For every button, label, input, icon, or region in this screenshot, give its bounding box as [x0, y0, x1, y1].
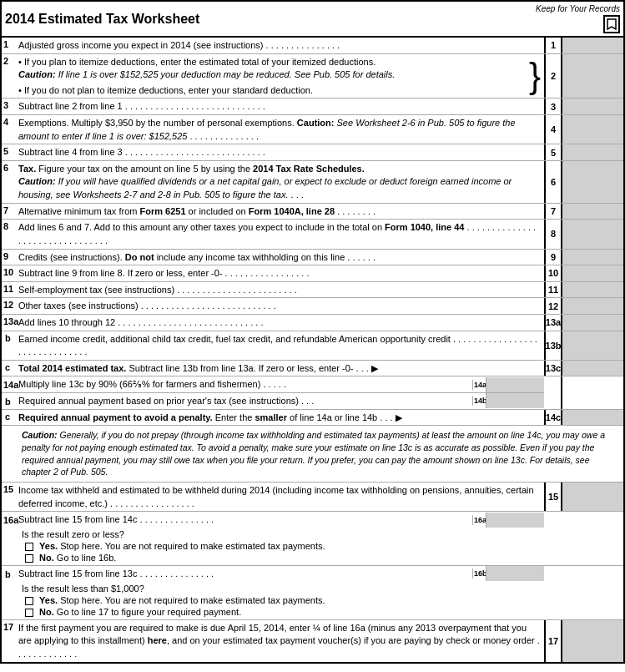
- line-2-brace: }: [526, 54, 544, 99]
- line-13a-text: Add lines 10 through 12 . . . . . . . . …: [18, 315, 544, 331]
- line-1-right-num: 1: [544, 38, 561, 53]
- line-16a-no-checkbox[interactable]: [25, 554, 33, 563]
- line-16b-section: b Subtract line 15 from line 13c . . . .…: [2, 566, 623, 620]
- line-14a-row: 14a Multiply line 13c by 90% (66⅔% for f…: [2, 376, 544, 393]
- line-14c-num: c: [2, 410, 18, 426]
- line-16a-row: 16a Subtract line 15 from line 14c . . .…: [2, 512, 623, 528]
- line-16a-inline-label: 16a: [472, 515, 486, 525]
- line-16b-yes-checkbox[interactable]: [25, 597, 33, 605]
- line-15-right-num: 15: [544, 483, 561, 511]
- line-4-text: Exemptions. Multiply $3,950 by the numbe…: [18, 115, 544, 144]
- line-16a-yes-checkbox[interactable]: [25, 543, 33, 551]
- worksheet-title: 2014 Estimated Tax Worksheet: [5, 12, 536, 27]
- line-14a-inline-label: 14a: [472, 380, 486, 390]
- line-1-text: Adjusted gross income you expect in 2014…: [18, 38, 544, 53]
- line-12-right-num: 12: [544, 298, 561, 314]
- line-3-text: Subtract line 2 from line 1 . . . . . . …: [18, 99, 544, 114]
- worksheet-header: 2014 Estimated Tax Worksheet Keep for Yo…: [2, 2, 623, 38]
- line-2-answer-box[interactable]: [561, 54, 623, 99]
- line-16a-text: Subtract line 15 from line 14c . . . . .…: [18, 512, 472, 528]
- line-1-num: 1: [2, 38, 18, 53]
- line-17-text: If the first payment you are required to…: [18, 620, 544, 662]
- line-14a-inline-box[interactable]: [486, 377, 544, 392]
- line-5-text: Subtract line 4 from line 3 . . . . . . …: [18, 144, 544, 160]
- line-8-row: 8 Add lines 6 and 7. Add to this amount …: [2, 220, 623, 249]
- line-1-row: 1 Adjusted gross income you expect in 20…: [2, 38, 623, 54]
- line-5-answer-box[interactable]: [561, 144, 623, 160]
- line-3-right-num: 3: [544, 99, 561, 114]
- line-2-caution: Caution: If line 1 is over $152,525 your…: [18, 68, 522, 82]
- line-13c-text: Total 2014 estimated tax. Subtract line …: [18, 361, 544, 376]
- line-11-right-num: 11: [544, 282, 561, 298]
- line-9-right-num: 9: [544, 250, 561, 265]
- line-13b-num: b: [2, 331, 18, 360]
- line-16a-num: 16a: [2, 513, 18, 526]
- line-16a-yes: Yes. Stop here. You are not required to …: [2, 540, 623, 552]
- line-7-right-num: 7: [544, 204, 561, 220]
- line-14ab-section: 14a Multiply line 13c by 90% (66⅔% for f…: [2, 376, 623, 409]
- line-6-answer-box[interactable]: [561, 161, 623, 203]
- line-7-num: 7: [2, 204, 18, 220]
- line-8-answer-box[interactable]: [561, 220, 623, 248]
- line-16b-row: b Subtract line 15 from line 13c . . . .…: [2, 566, 623, 582]
- line-7-row: 7 Alternative minimum tax from Form 6251…: [2, 204, 623, 220]
- line-3-answer-box[interactable]: [561, 99, 623, 114]
- line-14a-text: Multiply line 13c by 90% (66⅔% for farme…: [18, 376, 472, 392]
- line-9-answer-box[interactable]: [561, 250, 623, 265]
- line-16b-no: No. Go to line 17 to figure your require…: [2, 606, 623, 619]
- line-17-answer-box[interactable]: [561, 620, 623, 662]
- line-16b-yes: Yes. Stop here. You are not required to …: [2, 594, 623, 606]
- line-10-row: 10 Subtract line 9 from line 8. If zero …: [2, 265, 623, 282]
- line-14c-answer-box[interactable]: [561, 410, 623, 426]
- line-7-answer-box[interactable]: [561, 204, 623, 220]
- line-13b-answer-box[interactable]: [561, 331, 623, 360]
- keep-records-label: Keep for Your Records: [536, 4, 620, 13]
- line-11-row: 11 Self-employment tax (see instructions…: [2, 282, 623, 299]
- line-2-num: 2: [2, 54, 18, 99]
- line-4-answer-box[interactable]: [561, 115, 623, 144]
- line-10-answer-box[interactable]: [561, 265, 623, 281]
- line-5-row: 5 Subtract line 4 from line 3 . . . . . …: [2, 144, 623, 161]
- line-10-text: Subtract line 9 from line 8. If zero or …: [18, 265, 544, 281]
- line-10-num: 10: [2, 265, 18, 281]
- line-16b-num: b: [2, 568, 18, 580]
- line-4-num: 4: [2, 115, 18, 144]
- line-10-right-num: 10: [544, 265, 561, 281]
- bookmark-icon: [603, 15, 620, 33]
- line-14b-inline-box[interactable]: [486, 393, 544, 408]
- line-13c-num: c: [2, 361, 18, 376]
- line-8-text: Add lines 6 and 7. Add to this amount an…: [18, 220, 544, 248]
- line-16b-inline-box[interactable]: [486, 566, 544, 581]
- line-15-num: 15: [2, 483, 18, 511]
- line-14a-num: 14a: [2, 378, 18, 391]
- line-13c-answer-box[interactable]: [561, 361, 623, 376]
- line-1-answer-box[interactable]: [561, 38, 623, 53]
- line-9-text: Credits (see instructions). Do not inclu…: [18, 250, 544, 265]
- line-4-right-num: 4: [544, 115, 561, 144]
- line-14b-num: b: [2, 395, 18, 407]
- line-13a-answer-box[interactable]: [561, 315, 623, 331]
- line-13a-num: 13a: [2, 315, 18, 331]
- line-14b-inline-label: 14b: [472, 396, 486, 406]
- line-15-text: Income tax withheld and estimated to be …: [18, 483, 544, 511]
- line-6-num: 6: [2, 161, 18, 203]
- line-13b-right-num: 13b: [544, 331, 561, 360]
- line-14b-row: b Required annual payment based on prior…: [2, 393, 544, 409]
- line-14c-row: c Required annual payment to avoid a pen…: [2, 410, 623, 427]
- line-13c-row: c Total 2014 estimated tax. Subtract lin…: [2, 361, 623, 377]
- line-16a-inline-box[interactable]: [486, 513, 544, 528]
- caution-block: Caution: Generally, if you do not prepay…: [2, 426, 623, 483]
- line-14ab-spacer: [544, 376, 561, 408]
- line-5-num: 5: [2, 144, 18, 160]
- line-16b-inline-label: 16b: [472, 568, 486, 579]
- line-14b-text: Required annual payment based on prior y…: [18, 393, 472, 409]
- line-16b-no-checkbox[interactable]: [25, 609, 33, 617]
- line-11-answer-box[interactable]: [561, 282, 623, 298]
- line-2-row: 2 • If you plan to itemize deductions, e…: [2, 54, 623, 99]
- line-3-num: 3: [2, 99, 18, 114]
- line-15-answer-box[interactable]: [561, 483, 623, 511]
- line-12-answer-box[interactable]: [561, 298, 623, 314]
- line-6-row: 6 Tax. Figure your tax on the amount on …: [2, 161, 623, 204]
- line-14ab-right-blank: [561, 376, 623, 408]
- line-2-right-num: 2: [544, 54, 561, 99]
